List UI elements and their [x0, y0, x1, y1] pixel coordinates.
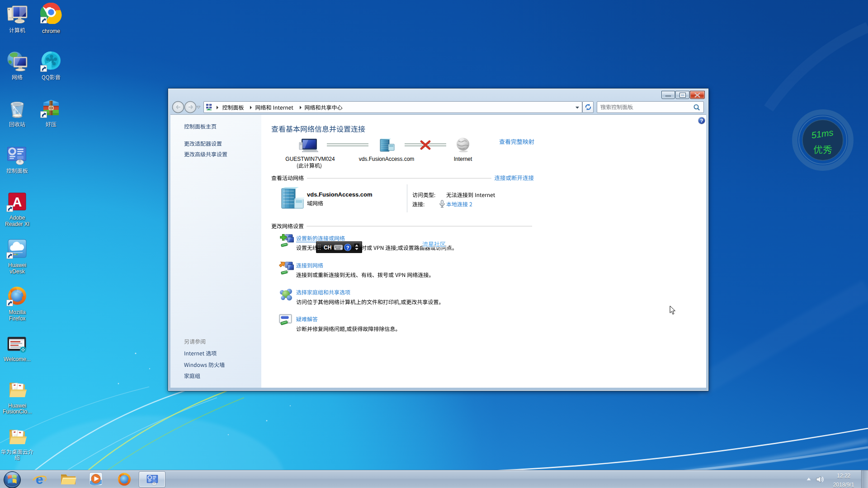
- svg-text:?: ?: [346, 245, 349, 250]
- svg-text:A: A: [13, 195, 22, 209]
- svg-text:?: ?: [700, 118, 703, 123]
- svg-text:e: e: [36, 472, 43, 487]
- svg-text:CH: CH: [324, 244, 331, 251]
